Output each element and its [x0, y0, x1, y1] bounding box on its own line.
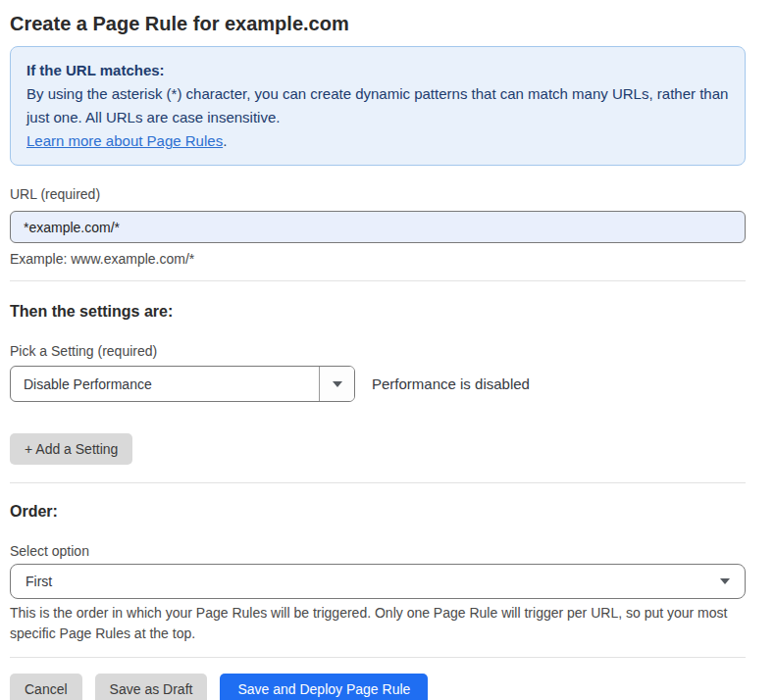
- cancel-button[interactable]: Cancel: [10, 674, 82, 700]
- chevron-down-icon: [720, 578, 730, 584]
- chevron-down-icon: [333, 381, 342, 387]
- order-select[interactable]: First: [10, 564, 746, 599]
- page-rule-form: Create a Page Rule for example.com If th…: [10, 12, 746, 700]
- url-label: URL (required): [10, 184, 746, 204]
- order-select-value: First: [26, 574, 720, 589]
- info-box-heading: If the URL matches:: [26, 59, 729, 82]
- learn-more-link[interactable]: Learn more about Page Rules: [26, 132, 223, 149]
- footer-actions: Cancel Save as Draft Save and Deploy Pag…: [10, 674, 746, 700]
- divider: [10, 482, 746, 483]
- page-title: Create a Page Rule for example.com: [10, 12, 746, 35]
- order-label: Select option: [10, 541, 746, 561]
- add-setting-button[interactable]: + Add a Setting: [10, 433, 132, 465]
- settings-heading: Then the settings are:: [10, 301, 746, 323]
- setting-label: Pick a Setting (required): [10, 341, 746, 361]
- url-input[interactable]: [10, 211, 746, 243]
- divider: [10, 280, 746, 281]
- setting-select-value: Disable Performance: [11, 367, 319, 401]
- link-suffix: .: [223, 132, 227, 149]
- setting-status-text: Performance is disabled: [372, 375, 530, 392]
- setting-row: Disable Performance Performance is disab…: [10, 366, 746, 402]
- order-heading: Order:: [10, 501, 746, 523]
- setting-select-arrow-button[interactable]: [319, 367, 354, 401]
- url-match-info-box: If the URL matches: By using the asteris…: [10, 46, 746, 166]
- info-box-body: By using the asterisk (*) character, you…: [26, 82, 729, 153]
- order-help-text: This is the order in which your Page Rul…: [10, 603, 741, 644]
- save-draft-button[interactable]: Save as Draft: [95, 674, 208, 700]
- url-example-text: Example: www.example.com/*: [10, 249, 746, 269]
- save-deploy-button[interactable]: Save and Deploy Page Rule: [220, 674, 428, 700]
- divider: [10, 657, 746, 658]
- setting-select[interactable]: Disable Performance: [10, 366, 355, 402]
